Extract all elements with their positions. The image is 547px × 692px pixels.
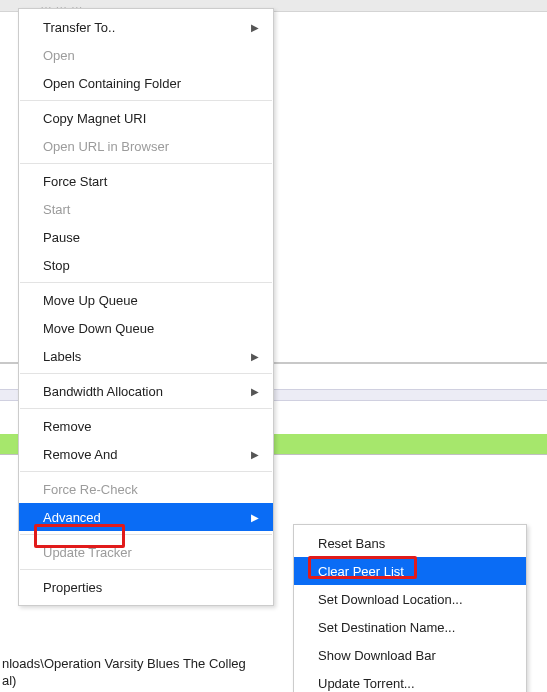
submenu-update-torrent[interactable]: Update Torrent... xyxy=(294,669,526,692)
menu-label: Set Destination Name... xyxy=(318,620,455,635)
separator xyxy=(20,408,272,409)
submenu-arrow-icon: ▶ xyxy=(251,351,259,362)
menu-label: Transfer To.. xyxy=(43,20,115,35)
submenu-reset-bans[interactable]: Reset Bans xyxy=(294,529,526,557)
menu-label: Properties xyxy=(43,580,102,595)
submenu-arrow-icon: ▶ xyxy=(251,512,259,523)
menu-label: Force Start xyxy=(43,174,107,189)
submenu-show-download-bar[interactable]: Show Download Bar xyxy=(294,641,526,669)
menu-label: Update Torrent... xyxy=(318,676,415,691)
menu-label: Copy Magnet URI xyxy=(43,111,146,126)
menu-start: Start xyxy=(19,195,273,223)
menu-update-tracker: Update Tracker xyxy=(19,538,273,566)
context-menu: Transfer To.. ▶ Open Open Containing Fol… xyxy=(18,8,274,606)
menu-label: Show Download Bar xyxy=(318,648,436,663)
path-text: nloads\Operation Varsity Blues The Colle… xyxy=(0,656,246,690)
menu-bandwidth[interactable]: Bandwidth Allocation ▶ xyxy=(19,377,273,405)
separator xyxy=(20,569,272,570)
menu-stop[interactable]: Stop xyxy=(19,251,273,279)
separator xyxy=(20,534,272,535)
menu-properties[interactable]: Properties xyxy=(19,573,273,601)
submenu-clear-peer-list[interactable]: Clear Peer List xyxy=(294,557,526,585)
menu-label: Start xyxy=(43,202,70,217)
menu-force-recheck: Force Re-Check xyxy=(19,475,273,503)
menu-remove-and[interactable]: Remove And ▶ xyxy=(19,440,273,468)
menu-label: Force Re-Check xyxy=(43,482,138,497)
menu-label: Open xyxy=(43,48,75,63)
menu-label: Move Down Queue xyxy=(43,321,154,336)
menu-open-folder[interactable]: Open Containing Folder xyxy=(19,69,273,97)
menu-open: Open xyxy=(19,41,273,69)
menu-label: Advanced xyxy=(43,510,101,525)
menu-label: Labels xyxy=(43,349,81,364)
menu-label: Open Containing Folder xyxy=(43,76,181,91)
separator xyxy=(20,373,272,374)
menu-label: Open URL in Browser xyxy=(43,139,169,154)
menu-label: Remove And xyxy=(43,447,117,462)
separator xyxy=(20,163,272,164)
menu-transfer-to[interactable]: Transfer To.. ▶ xyxy=(19,13,273,41)
menu-open-url: Open URL in Browser xyxy=(19,132,273,160)
menu-label: Reset Bans xyxy=(318,536,385,551)
menu-advanced[interactable]: Advanced ▶ xyxy=(19,503,273,531)
menu-label: Update Tracker xyxy=(43,545,132,560)
menu-force-start[interactable]: Force Start xyxy=(19,167,273,195)
menu-label: Pause xyxy=(43,230,80,245)
menu-label: Clear Peer List xyxy=(318,564,404,579)
menu-pause[interactable]: Pause xyxy=(19,223,273,251)
submenu-set-destination-name[interactable]: Set Destination Name... xyxy=(294,613,526,641)
menu-label: Stop xyxy=(43,258,70,273)
menu-label: Remove xyxy=(43,419,91,434)
submenu-arrow-icon: ▶ xyxy=(251,22,259,33)
submenu-set-download-location[interactable]: Set Download Location... xyxy=(294,585,526,613)
advanced-submenu: Reset Bans Clear Peer List Set Download … xyxy=(293,524,527,692)
menu-copy-magnet[interactable]: Copy Magnet URI xyxy=(19,104,273,132)
menu-label: Set Download Location... xyxy=(318,592,463,607)
menu-move-up[interactable]: Move Up Queue xyxy=(19,286,273,314)
menu-move-down[interactable]: Move Down Queue xyxy=(19,314,273,342)
separator xyxy=(20,282,272,283)
menu-labels[interactable]: Labels ▶ xyxy=(19,342,273,370)
submenu-arrow-icon: ▶ xyxy=(251,449,259,460)
submenu-arrow-icon: ▶ xyxy=(251,386,259,397)
separator xyxy=(20,471,272,472)
menu-remove[interactable]: Remove xyxy=(19,412,273,440)
menu-label: Move Up Queue xyxy=(43,293,138,308)
menu-label: Bandwidth Allocation xyxy=(43,384,163,399)
separator xyxy=(20,100,272,101)
